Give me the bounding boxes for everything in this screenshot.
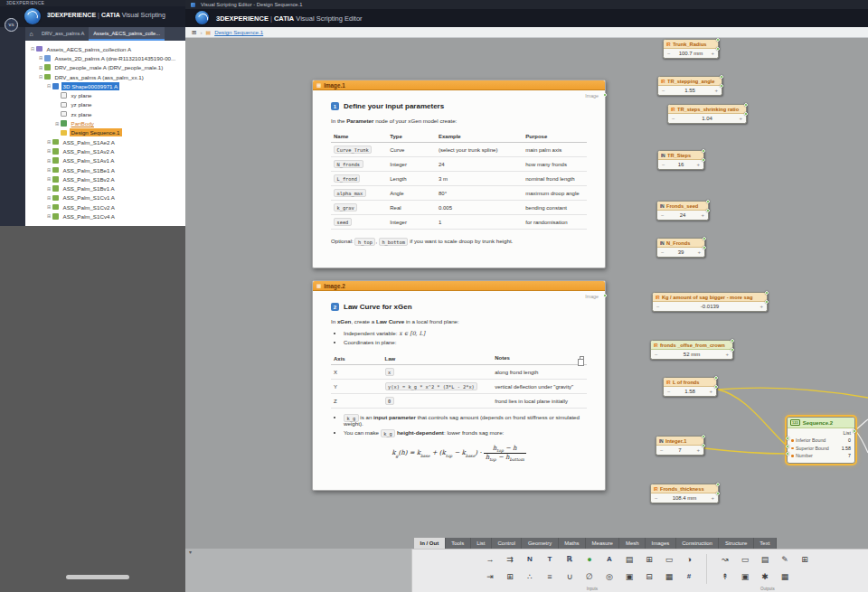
output-port[interactable]: [716, 483, 720, 486]
output-port[interactable]: [765, 291, 769, 295]
tab-measure[interactable]: Measure: [586, 538, 619, 549]
null-input-icon[interactable]: ∅: [582, 570, 597, 582]
screen-input-icon[interactable]: ▭: [662, 553, 676, 565]
tree-item[interactable]: xy plane: [25, 90, 185, 99]
tree-item-label[interactable]: ASS_Palm_S1Ae2 A: [61, 138, 117, 146]
tree-item-label[interactable]: DRV_people_male A (DRV_people_male.1): [53, 63, 165, 71]
tree-item-label[interactable]: ASS_Palm_S1Cv2 A: [61, 203, 117, 211]
decrement-button[interactable]: −: [661, 212, 665, 218]
tab-tools[interactable]: Tools: [446, 538, 471, 549]
sequence-input-row[interactable]: Inferior Bound 0: [791, 437, 851, 445]
node-kg-sag-amount[interactable]: IRKg / amount of sag bigger - more sag −…: [652, 292, 768, 312]
decrement-button[interactable]: −: [655, 352, 658, 357]
tab-mesh[interactable]: Mesh: [619, 538, 646, 549]
increment-button[interactable]: +: [696, 447, 700, 453]
editor-titlebar[interactable]: Visual Scripting Editor - Design Sequenc…: [185, 0, 868, 9]
node-fronds-seed[interactable]: INFronds_seed −24+: [656, 201, 709, 221]
output-port[interactable]: [744, 103, 748, 107]
increment-button[interactable]: +: [696, 162, 700, 167]
output-port[interactable]: [706, 209, 710, 212]
decrement-button[interactable]: −: [662, 88, 665, 93]
node-value[interactable]: -0.0139: [698, 304, 722, 309]
node-trunk-radius[interactable]: IRTrunk_Radius −100.7 mm+: [663, 39, 719, 59]
process-output-icon[interactable]: ✱: [758, 570, 772, 582]
tree-expander-icon[interactable]: ⊟: [37, 74, 44, 80]
tree-expander-icon[interactable]: ⊞: [45, 148, 52, 154]
tree-item-label[interactable]: ASS_Palm_S1Cv1 A: [61, 193, 117, 202]
tree-item-label[interactable]: Assets_AECS_palms_collection A: [45, 45, 134, 53]
tab-structure[interactable]: Structure: [719, 538, 753, 549]
input-port[interactable]: [786, 437, 789, 440]
grid-icon[interactable]: ⊞: [192, 29, 196, 36]
tree-expander-icon[interactable]: ⊞: [45, 195, 52, 201]
tree-item[interactable]: ⊟ Assets_AECS_palms_collection A: [25, 44, 185, 53]
tree-item[interactable]: ⊞ DRV_people_male A (DRV_people_male.1): [25, 63, 185, 72]
tab-text[interactable]: Text: [754, 538, 777, 549]
image-input-icon[interactable]: ▣: [622, 570, 637, 582]
tree-item[interactable]: zx plane: [25, 109, 185, 118]
tree-expander-icon[interactable]: ⊞: [45, 167, 52, 173]
node-value[interactable]: 108.4 mm: [670, 495, 700, 501]
increment-button[interactable]: +: [760, 304, 763, 309]
node-fronds-thickness[interactable]: IRFronds_thickness −108.4 mm+: [650, 484, 719, 503]
note-card-image-1[interactable]: ▦ Image.1 Image 1 Define your input para…: [312, 80, 606, 268]
sequence-input-row[interactable]: Superior Bound 1.58: [791, 445, 851, 453]
node-integer-1[interactable]: INInteger.1 −7+: [656, 436, 704, 456]
report-output-icon[interactable]: ▤: [758, 553, 772, 565]
decrement-button[interactable]: −: [661, 249, 665, 255]
grid-input-icon[interactable]: ⊞: [503, 570, 517, 582]
multi-input-icon[interactable]: ⇉: [503, 553, 517, 565]
note-card-header[interactable]: ▦ Image.2: [313, 281, 605, 291]
real-input-icon[interactable]: ℝ: [562, 553, 577, 565]
edit-output-icon[interactable]: ✎: [778, 553, 792, 565]
left-window-titlebar[interactable]: 3DEXPERIENCE: [0, 0, 185, 6]
sequence-input-row[interactable]: Number 7: [791, 452, 851, 460]
text-input-icon[interactable]: T: [542, 553, 557, 565]
node-value[interactable]: 7: [675, 447, 684, 453]
tree-item[interactable]: yz plane: [25, 100, 185, 109]
display-output-icon[interactable]: ▣: [738, 570, 752, 582]
output-port[interactable]: [702, 435, 705, 438]
output-port[interactable]: [702, 158, 705, 162]
integer-input-icon[interactable]: N: [523, 553, 537, 565]
tab-control[interactable]: Control: [492, 538, 522, 549]
minus-table-input-icon[interactable]: ⊟: [642, 570, 656, 582]
increment-button[interactable]: +: [714, 88, 718, 93]
tree-item[interactable]: ⊞ ASS_Palm_S1Be1 A: [25, 165, 185, 174]
tree-expander-icon[interactable]: ⊞: [45, 176, 52, 182]
home-icon[interactable]: ⌂: [25, 27, 37, 41]
tree-item-label[interactable]: ASS_Palm_S1Av1 A: [61, 156, 117, 164]
export-output-icon[interactable]: ↟: [718, 570, 732, 582]
doc-tab-drv-ass-palms[interactable]: DRV_ass_palms A: [37, 27, 89, 41]
tree-expander-icon[interactable]: ⊞: [45, 139, 52, 145]
output-port[interactable]: [731, 339, 734, 343]
tree-item[interactable]: ⊞ ASS_Palm_S1Cv1 A: [25, 193, 185, 202]
input-value[interactable]: 0: [848, 437, 851, 443]
tree-item[interactable]: ⊞ ASS_Palm_S1Ae2 A: [25, 137, 185, 146]
tree-expander-icon[interactable]: ⊞: [45, 186, 52, 192]
node-value[interactable]: 52 mm: [681, 352, 703, 357]
tree-item[interactable]: ⊞ ASS_Palm_S1Cv2 A: [25, 202, 185, 211]
input-value[interactable]: 7: [848, 453, 851, 458]
tree-item-label[interactable]: ASS_Palm_S1Bv2 A: [61, 175, 117, 183]
tree-item-label[interactable]: ASS_Palm_S1Cv4 A: [61, 212, 117, 221]
tree-item-label[interactable]: yz plane: [70, 100, 94, 108]
tree-item[interactable]: ⊞ Assets_2D_palms A (drw-R1132101435190-…: [25, 53, 185, 62]
node-l-of-fronds[interactable]: IRL of fronds −1.58+: [663, 377, 717, 397]
output-port[interactable]: [853, 429, 856, 433]
tree-expander-icon[interactable]: ⊞: [37, 55, 44, 61]
tree-item-label[interactable]: PartBody: [70, 119, 96, 127]
tree-item[interactable]: ⊟ 3D Shape00039971 A: [25, 81, 185, 90]
increment-button[interactable]: +: [725, 352, 729, 357]
tree-item[interactable]: ⊞ ASS_Palm_S1Av1 A: [25, 156, 185, 165]
annotation-input-icon[interactable]: A: [602, 553, 617, 565]
tree-item[interactable]: ⊞ ASS_Palm_S1Cv4 A: [25, 211, 185, 221]
tree-item-label[interactable]: 3D Shape00039971 A: [61, 82, 120, 90]
note-card-header[interactable]: ▦ Image.1: [313, 80, 605, 90]
output-port[interactable]: [702, 444, 705, 447]
decrement-button[interactable]: −: [667, 389, 671, 394]
tree-item-label[interactable]: ASS_Palm_S1Av2 A: [61, 147, 117, 155]
tree-item[interactable]: ⊞ ASS_Palm_S1Av2 A: [25, 146, 185, 155]
flow-input-icon[interactable]: →: [483, 553, 497, 565]
script-canvas[interactable]: ▦ Image.1 Image 1 Define your input para…: [185, 38, 868, 538]
